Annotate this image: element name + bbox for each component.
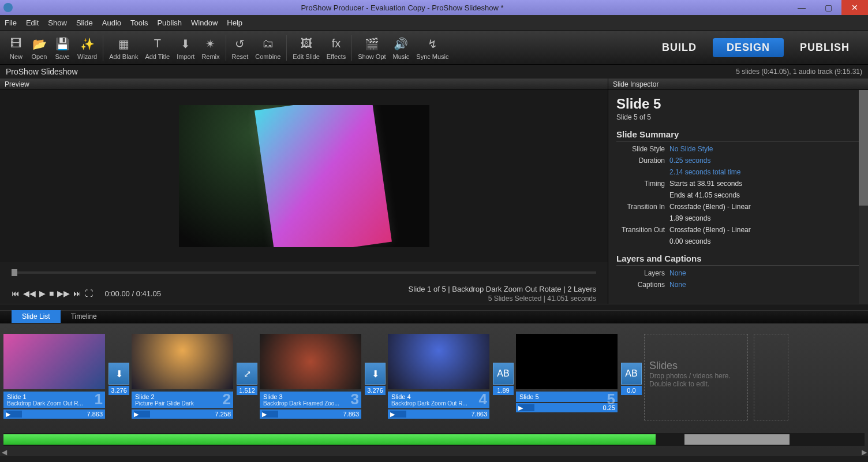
scroll-left-button[interactable]: ◀ xyxy=(0,448,8,456)
window-buttons: — ▢ ✕ xyxy=(788,0,868,15)
add-blank-button[interactable]: ▦Add Blank xyxy=(106,35,141,61)
play-icon[interactable]: ▶ xyxy=(262,411,270,418)
scrollbar-thumb[interactable] xyxy=(859,90,868,206)
preview-body[interactable] xyxy=(0,90,608,262)
mode-tabs: BUILD DESIGN PUBLISH xyxy=(648,38,863,57)
combine-button[interactable]: 🗂Combine xyxy=(252,35,284,61)
slide-cell[interactable]: 4Slide 4Backdrop Dark Zoom Out R... ▶ 7.… xyxy=(388,334,489,419)
menu-publish[interactable]: Publish xyxy=(157,18,182,27)
import-icon: ⬇ xyxy=(178,36,194,52)
slide-thumbnail[interactable] xyxy=(3,334,105,389)
music-button[interactable]: 🔊Music xyxy=(390,35,413,61)
effects-button[interactable]: fxEffects xyxy=(323,35,349,61)
scroll-right-button[interactable]: ▶ xyxy=(860,448,868,456)
layers-icon[interactable] xyxy=(270,411,278,418)
play-button[interactable]: ▶ xyxy=(39,289,46,298)
design-tab[interactable]: DESIGN xyxy=(713,38,784,57)
edit-slide-button[interactable]: 🖼Edit Slide xyxy=(289,35,323,61)
slide-thumbnail[interactable] xyxy=(388,334,489,389)
add-title-button[interactable]: TAdd Title xyxy=(141,35,173,61)
import-button[interactable]: ⬇Import xyxy=(173,35,198,61)
inspector-header: Slide Inspector xyxy=(608,79,868,90)
inspector-row: Slide StyleNo Slide Style xyxy=(616,145,860,153)
inspector-row-value: Ends at 41.05 seconds xyxy=(669,191,740,199)
slide-thumbnail[interactable] xyxy=(516,334,618,389)
slide-label: 5Slide 5 xyxy=(516,392,618,402)
inspector-row-value[interactable]: None xyxy=(669,281,686,289)
layers-icon[interactable] xyxy=(526,404,534,411)
menu-window[interactable]: Window xyxy=(191,18,218,27)
slide-cell[interactable]: 1Slide 1Backdrop Dark Zoom Out R... ▶ 7.… xyxy=(3,334,105,419)
transition-button[interactable]: ⤢ xyxy=(237,363,257,385)
build-tab[interactable]: BUILD xyxy=(648,38,710,57)
inspector-row: LayersNone xyxy=(616,269,860,277)
menu-tools[interactable]: Tools xyxy=(130,18,148,27)
publish-tab[interactable]: PUBLISH xyxy=(786,38,863,57)
show-opt-button[interactable]: 🎬Show Opt xyxy=(354,35,389,61)
next-button[interactable]: ▶▶ xyxy=(57,289,70,298)
menu-slide[interactable]: Slide xyxy=(76,18,93,27)
reset-button[interactable]: ↺Reset xyxy=(229,35,252,61)
fullscreen-button[interactable]: ⛶ xyxy=(85,289,93,298)
transition-button[interactable]: AB xyxy=(621,363,642,385)
wizard-button[interactable]: ✨Wizard xyxy=(74,35,100,61)
maximize-button[interactable]: ▢ xyxy=(815,0,841,15)
play-icon[interactable]: ▶ xyxy=(518,404,526,411)
stop-button[interactable]: ■ xyxy=(49,289,54,298)
inspector-row: Transition OutCrossfade (Blend) - Linear xyxy=(616,226,860,234)
timeline-tab[interactable]: Timeline xyxy=(61,310,107,323)
menu-audio[interactable]: Audio xyxy=(102,18,121,27)
inspector-scrollbar[interactable] xyxy=(859,90,868,304)
save-button[interactable]: 💾Save xyxy=(51,35,74,61)
inspector-row-value[interactable]: 2.14 seconds total time xyxy=(669,168,740,176)
combine-icon: 🗂 xyxy=(260,36,276,52)
inspector-row-value[interactable]: None xyxy=(669,269,686,277)
layers-icon[interactable] xyxy=(398,411,406,418)
slide-label: 4Slide 4Backdrop Dark Zoom Out R... xyxy=(388,392,489,408)
inspector-row-value[interactable]: No Slide Style xyxy=(669,145,713,153)
slide-list-tab[interactable]: Slide List xyxy=(12,310,61,323)
open-button[interactable]: 📂Open xyxy=(28,35,51,61)
play-icon[interactable]: ▶ xyxy=(134,411,142,418)
last-button[interactable]: ⏭ xyxy=(73,289,81,298)
transition-button[interactable]: ⬇ xyxy=(365,363,386,385)
slides-dropzone-2[interactable] xyxy=(754,334,788,420)
layers-icon[interactable] xyxy=(14,411,22,418)
transition-button[interactable]: ⬇ xyxy=(108,363,129,385)
inspector-row: 0.00 seconds xyxy=(616,237,860,245)
layers-icon[interactable] xyxy=(142,411,150,418)
close-button[interactable]: ✕ xyxy=(841,0,868,15)
preview-slider[interactable] xyxy=(12,267,596,278)
slide-cell[interactable]: 5Slide 5 ▶ 0.25 xyxy=(516,334,618,412)
inspector-row-label: Timing xyxy=(616,180,669,188)
first-button[interactable]: ⏮ xyxy=(12,289,20,298)
slider-thumb[interactable] xyxy=(12,269,17,276)
music-icon: 🔊 xyxy=(393,36,409,52)
preview-info: Slide 1 of 5 | Backdrop Dark Zoom Out Ro… xyxy=(409,285,596,303)
app-icon xyxy=(3,3,13,12)
slide-cell[interactable]: 3Slide 3Backdrop Dark Framed Zoo... ▶ 7.… xyxy=(260,334,361,419)
slide-thumbnail[interactable] xyxy=(260,334,361,389)
prev-button[interactable]: ◀◀ xyxy=(23,289,36,298)
slide-cell[interactable]: 2Slide 2Picture Pair Glide Dark ▶ 7.258 xyxy=(132,334,233,419)
slides-dropzone[interactable]: SlidesDrop photos / videos here.Double c… xyxy=(644,334,748,420)
sync-music-button[interactable]: ↯Sync Music xyxy=(413,35,452,61)
play-icon[interactable]: ▶ xyxy=(390,411,398,418)
minimize-button[interactable]: — xyxy=(788,0,815,15)
audio-waveform[interactable] xyxy=(3,433,865,446)
slide-thumbnail[interactable] xyxy=(132,334,233,389)
menu-file[interactable]: File xyxy=(5,18,17,27)
menu-show[interactable]: Show xyxy=(48,18,67,27)
menu-help[interactable]: Help xyxy=(227,18,242,27)
remix-button[interactable]: ✴Remix xyxy=(198,35,223,61)
new-button[interactable]: 🎞New xyxy=(5,35,28,61)
slide-duration: 7.863 xyxy=(343,411,359,418)
bottom-scrollbar[interactable]: ◀ ▶ xyxy=(0,448,868,456)
divider-bar[interactable] xyxy=(0,304,868,311)
inspector-row-value[interactable]: 0.25 seconds xyxy=(669,157,710,165)
inspector-slide-subtitle: Slide 5 of 5 xyxy=(616,113,860,121)
transition-button[interactable]: AB xyxy=(493,363,514,385)
play-icon[interactable]: ▶ xyxy=(6,411,14,418)
menubar: File Edit Show Slide Audio Tools Publish… xyxy=(0,15,868,31)
menu-edit[interactable]: Edit xyxy=(26,18,39,27)
